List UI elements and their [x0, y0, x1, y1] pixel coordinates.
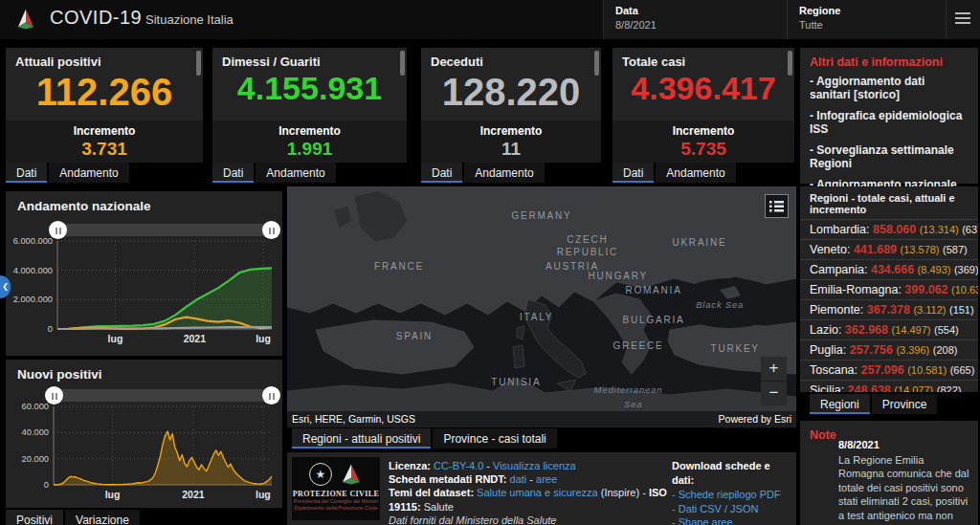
- tab-dati[interactable]: Dati: [612, 163, 654, 183]
- region-row[interactable]: Puglia: 257.756 (3.396) (208): [800, 339, 978, 360]
- regioni-list-panel: Regioni - totale casi, attuali e increme…: [800, 186, 978, 392]
- download-section: Download schede e dati: - Schede riepilo…: [672, 459, 792, 525]
- map-country-label: FRANCE: [374, 261, 424, 272]
- note-title: Note: [810, 428, 836, 442]
- sidebar-tabs: RegioniProvince: [810, 394, 939, 417]
- svg-text:2021: 2021: [182, 489, 205, 500]
- download-link[interactable]: - Schede riepilogo PDF: [672, 488, 792, 502]
- card-value: 128.220: [421, 72, 601, 112]
- card-attuali-positivi: Attuali positivi 112.266 Incremento 3.73…: [6, 48, 203, 163]
- svg-text:lug: lug: [256, 489, 271, 500]
- map-country-label: UKRAINE: [672, 236, 726, 247]
- altri-dati-link[interactable]: - Infografica epidemiologica ISS: [810, 110, 969, 136]
- data-source-line: Dati forniti dal Ministero della Salute: [389, 514, 668, 525]
- region-row[interactable]: Toscana: 257.096 (10.581) (665): [800, 360, 978, 380]
- zoom-out-button[interactable]: −: [761, 381, 787, 405]
- aree-link[interactable]: aree: [536, 473, 557, 485]
- card-scrollbar[interactable]: [400, 51, 405, 76]
- hamburger-menu-icon[interactable]: [955, 12, 970, 27]
- tab-province-totali[interactable]: Province - casi totali: [433, 428, 556, 448]
- map-country-label: Sea: [624, 398, 642, 408]
- svg-text:0: 0: [48, 324, 53, 334]
- protezione-civile-triangle-icon: [340, 463, 363, 486]
- license-line: Licenza: CC-BY-4.0 - Visualizza licenza: [389, 459, 668, 472]
- region-row[interactable]: Campania: 434.666 (8.493) (369): [800, 259, 978, 279]
- map-tabs: Regioni - attuali positiviProvince - cas…: [292, 428, 559, 451]
- region-row[interactable]: Veneto: 441.689 (13.578) (587): [800, 239, 978, 259]
- map-country-label: GREECE: [613, 340, 664, 351]
- altri-dati-link[interactable]: - Sorveglianza settimanale Regioni: [810, 144, 969, 170]
- region-filter[interactable]: Regione Tutte: [787, 0, 946, 39]
- map-country-label: CZECH: [567, 234, 608, 245]
- map-country-label: GERMANY: [511, 210, 571, 221]
- region-row[interactable]: Emilia-Romagna: 399.062 (10.637) (661): [800, 279, 978, 299]
- temi-line: Temi del dataset: Salute umana e sicurez…: [389, 486, 668, 513]
- card-increment: Incremento 1.991: [212, 120, 407, 163]
- note-text: La Regione Emilia Romagna comunica che d…: [838, 453, 970, 525]
- altri-dati-link[interactable]: - Aggiornamento dati sanitari [storico]: [810, 76, 969, 101]
- nuovi-positivi-tabs: PositiviVariazione: [6, 510, 142, 525]
- note-panel: Note 8/8/2021 La Regione Emilia Romagna …: [800, 421, 978, 525]
- region-value: Tutte: [799, 19, 934, 31]
- svg-text:2.000.000: 2.000.000: [13, 295, 53, 304]
- increment-value: 3.731: [6, 139, 203, 160]
- covid-dashboard: COVID-19 Situazione Italia Data 8/8/2021…: [0, 0, 980, 525]
- svg-text:lug: lug: [108, 333, 123, 344]
- tab-variazione[interactable]: Variazione: [65, 510, 140, 525]
- increment-value: 5.735: [612, 139, 794, 160]
- tab-regioni-attuali[interactable]: Regioni - attuali positivi: [292, 428, 431, 448]
- note-date: 8/8/2021: [838, 438, 970, 452]
- license-link[interactable]: CC-BY-4.0: [434, 460, 483, 471]
- card-scrollbar[interactable]: [196, 51, 201, 76]
- page-title: COVID-19: [50, 7, 142, 29]
- tab-dati[interactable]: Dati: [212, 163, 254, 183]
- svg-text:0: 0: [44, 480, 49, 490]
- zoom-in-button[interactable]: +: [761, 357, 787, 381]
- altri-dati-panel: Altri dati e informazioni - Aggiornament…: [800, 48, 978, 184]
- tab-dati[interactable]: Dati: [421, 163, 462, 183]
- svg-text:lug: lug: [105, 489, 121, 500]
- card-scrollbar[interactable]: [788, 51, 792, 76]
- regioni-list-title: Regioni - totale casi, attuali e increme…: [800, 186, 978, 219]
- date-label: Data: [615, 5, 775, 16]
- map-country-label: ROMANIA: [625, 285, 681, 295]
- tab-andamento[interactable]: Andamento: [656, 163, 735, 183]
- region-row[interactable]: Piemonte: 367.378 (3.112) (151): [800, 299, 978, 319]
- repubblica-emblem-icon: ★: [309, 463, 332, 486]
- protezione-civile-logo-icon: [13, 7, 38, 32]
- region-row[interactable]: Sicilia: 248.638 (14.077) (822): [800, 380, 978, 392]
- region-row[interactable]: Lombardia: 858.060 (13.314) (637): [800, 219, 978, 239]
- download-link[interactable]: - Dati CSV / JSON: [672, 502, 792, 516]
- date-filter[interactable]: Data 8/8/2021: [603, 0, 787, 39]
- card-scrollbar[interactable]: [594, 51, 599, 76]
- tab-positivi[interactable]: Positivi: [6, 510, 63, 525]
- tab-province[interactable]: Province: [872, 394, 938, 414]
- date-value: 8/8/2021: [615, 19, 775, 31]
- attribution-right: Powered by Esri: [719, 411, 791, 427]
- layer-list-icon[interactable]: [765, 194, 789, 218]
- svg-text:2021: 2021: [184, 333, 207, 344]
- svg-text:4.000.000: 4.000.000: [13, 266, 53, 275]
- nuovi-positivi-panel: Nuovi positivi 020.00040.00060.000lug202…: [6, 360, 282, 508]
- tab-regioni[interactable]: Regioni: [810, 394, 870, 414]
- card-title: Attuali positivi: [6, 48, 203, 69]
- chart-title: Nuovi positivi: [17, 367, 102, 382]
- download-link[interactable]: - Shape aree: [672, 515, 792, 525]
- card-value: 4.155.931: [212, 72, 407, 106]
- card-dimessi-guariti: Dimessi / Guariti 4.155.931 Incremento 1…: [212, 48, 407, 163]
- dati-link[interactable]: dati: [510, 473, 527, 485]
- card-title: Dimessi / Guariti: [212, 48, 407, 69]
- card-increment: Incremento 11: [421, 120, 601, 163]
- europe-map[interactable]: GERMANYCZECHREPUBLICUKRAINEFRANCEAUSTRIA…: [287, 186, 796, 427]
- tab-andamento[interactable]: Andamento: [464, 163, 544, 183]
- logo-sub1: Presidenza del Consiglio dei Ministri: [292, 498, 380, 505]
- map-zoom-control: + −: [761, 357, 787, 405]
- card2-tabs: DatiAndamento: [212, 163, 338, 185]
- view-license-link[interactable]: Visualizza licenza: [493, 460, 576, 471]
- tab-dati[interactable]: Dati: [6, 163, 47, 183]
- salute-link[interactable]: Salute umana e sicurezza: [477, 487, 598, 498]
- tab-andamento[interactable]: Andamento: [49, 163, 128, 183]
- region-row[interactable]: Lazio: 362.968 (14.497) (554): [800, 319, 978, 339]
- map-country-label: BULGARIA: [623, 314, 685, 324]
- tab-andamento[interactable]: Andamento: [256, 163, 335, 183]
